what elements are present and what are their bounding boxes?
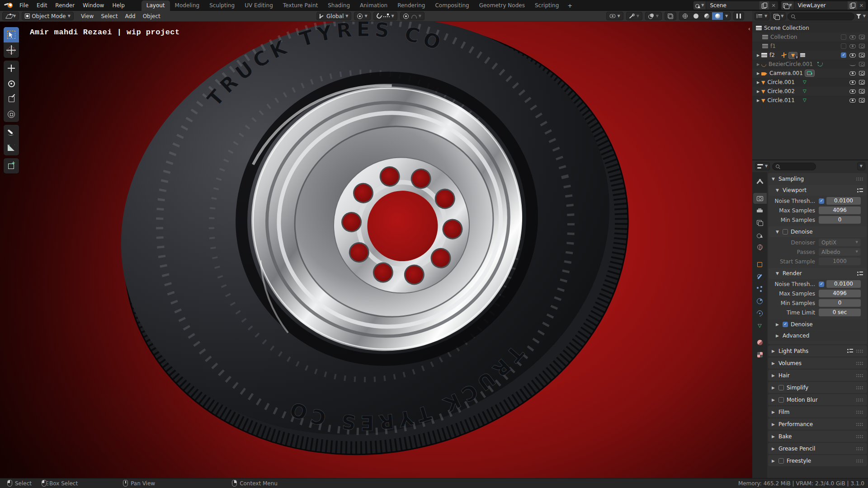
properties-search-input[interactable] (772, 163, 816, 170)
noise-threshold-value[interactable]: 0.0100 (826, 197, 861, 205)
drag-grip-icon[interactable] (856, 177, 863, 181)
tab-uv-editing[interactable]: UV Editing (240, 0, 278, 11)
tool-measure[interactable] (4, 140, 19, 155)
show-overlays-button[interactable]: ▼ (645, 12, 662, 20)
drag-grip-icon[interactable] (856, 459, 863, 463)
nav-tool-tab[interactable] (753, 176, 767, 187)
tab-layout[interactable]: Layout (142, 0, 170, 11)
render-visibility-toggle[interactable] (859, 80, 865, 84)
denoise-checkbox[interactable] (783, 322, 788, 327)
nav-view-layer-tab[interactable] (753, 217, 767, 228)
min-samples-value[interactable]: 0 (819, 216, 861, 224)
drag-grip-icon[interactable] (856, 447, 863, 450)
tool-select-box[interactable] (4, 27, 19, 42)
snap-magnet-toggle[interactable] (375, 13, 382, 19)
render-visibility-toggle[interactable] (859, 44, 865, 48)
nav-output-tab[interactable] (753, 205, 767, 216)
hide-eye-toggle[interactable] (849, 44, 856, 48)
render-visibility-toggle[interactable] (859, 98, 865, 103)
expand-arrow-icon[interactable]: ▶ (756, 71, 760, 75)
nav-render-tab[interactable] (753, 193, 767, 204)
menu-add[interactable]: Add (121, 13, 139, 19)
drag-grip-icon[interactable] (856, 410, 863, 414)
passes-dropdown[interactable]: Albedo▼ (819, 248, 861, 256)
tab-animation[interactable]: Animation (355, 0, 392, 11)
subpanel-render-header[interactable]: ▼ Render (769, 268, 867, 279)
subpanel-viewport-header[interactable]: ▼ Viewport (769, 185, 867, 196)
panel-freestyle[interactable]: ▶ Freestyle (768, 455, 867, 466)
mode-dropdown[interactable]: Object Mode ▼ (22, 12, 74, 20)
shading-dropdown[interactable]: ▼ (723, 12, 730, 20)
outliner-row-circle-001[interactable]: ▶ ▼ Circle.001 ▽ (752, 78, 868, 87)
tab-sculpting[interactable]: Sculpting (204, 0, 240, 11)
subpanel-render-denoise[interactable]: ▶ Denoise (769, 319, 867, 330)
hide-eye-toggle[interactable] (849, 53, 856, 57)
tab-modeling[interactable]: Modeling (170, 0, 205, 11)
panel-hair[interactable]: ▶ Hair (768, 370, 867, 381)
tab-texture-paint[interactable]: Texture Paint (278, 0, 323, 11)
nav-scene-tab[interactable] (753, 230, 767, 240)
menu-select[interactable]: Select (97, 13, 121, 19)
render-visibility-toggle[interactable] (859, 89, 865, 94)
expand-arrow-icon[interactable]: ▶ (756, 80, 760, 84)
subpanel-advanced[interactable]: ▶ Advanced (769, 330, 867, 341)
shading-rendered-button[interactable] (712, 12, 723, 20)
properties-editor-type-button[interactable]: ▼ (755, 162, 770, 170)
menu-help[interactable]: Help (108, 0, 128, 11)
preset-list-icon[interactable] (857, 271, 863, 276)
show-gizmo-button[interactable]: ▼ (626, 12, 642, 20)
tool-cursor[interactable] (4, 42, 19, 58)
tool-transform[interactable] (4, 107, 19, 122)
nav-world-tab[interactable] (753, 242, 767, 253)
drag-grip-icon[interactable] (856, 422, 863, 426)
expand-arrow-icon[interactable]: ▶ (756, 89, 760, 94)
outliner-row-f1[interactable]: f1 (752, 42, 868, 51)
tool-move[interactable] (4, 61, 19, 76)
nav-material-tab[interactable] (753, 337, 767, 348)
hide-eye-toggle[interactable] (849, 80, 856, 84)
nav-object-tab[interactable] (753, 259, 767, 270)
nav-constraints-tab[interactable] (753, 308, 767, 319)
outliner-row-circle-011[interactable]: ▶ ▼ Circle.011 ▽ (752, 96, 868, 105)
tool-rotate[interactable] (4, 76, 19, 91)
expand-arrow-icon[interactable]: ▶ (756, 62, 760, 66)
preset-list-icon[interactable] (847, 348, 853, 353)
render-visibility-toggle[interactable] (859, 53, 865, 57)
panel-motion-blur[interactable]: ▶ Motion Blur (768, 394, 867, 405)
editor-type-button[interactable]: ▼ (2, 12, 19, 20)
snap-dropdown[interactable]: ▼ (392, 14, 394, 18)
outliner-row-beziercircle[interactable]: ▶ BezierCircle.001 (752, 60, 868, 69)
expand-arrow-icon[interactable]: ▶ (756, 99, 760, 103)
max-samples-value[interactable]: 4096 (819, 290, 861, 297)
scene-selector[interactable]: ▼ Scene ✕ (693, 1, 778, 10)
proportional-edit-toggle[interactable] (403, 14, 409, 19)
view-layer-remove-button[interactable]: ✕ (857, 3, 866, 9)
hide-eye-toggle[interactable] (849, 71, 856, 75)
outliner-row-f2[interactable]: ▶ f2 ▼ 8 (752, 51, 868, 60)
outliner-editor-type-button[interactable]: ▼ (755, 12, 769, 20)
min-samples-value[interactable]: 0 (819, 299, 861, 307)
shading-wireframe-button[interactable] (679, 12, 690, 20)
noise-threshold-checkbox[interactable] (819, 198, 824, 204)
render-visibility-toggle[interactable] (859, 62, 865, 66)
menu-render[interactable]: Render (51, 0, 79, 11)
panel-simplify[interactable]: ▶ Simplify (768, 382, 867, 393)
simplify-checkbox[interactable] (778, 385, 784, 390)
shading-material-button[interactable] (701, 12, 712, 20)
hide-eye-toggle[interactable] (849, 99, 856, 103)
viewport-canvas[interactable]: TRUCK TYRES CO TRUCK TYRES CO (0, 22, 752, 478)
panel-light-paths[interactable]: ▶ Light Paths (768, 345, 867, 357)
outliner-row-scene-collection[interactable]: Scene Collection (752, 23, 868, 33)
drag-grip-icon[interactable] (856, 435, 863, 438)
tab-compositing[interactable]: Compositing (430, 0, 474, 11)
drag-grip-icon[interactable] (856, 374, 863, 377)
nav-physics-tab[interactable] (753, 296, 767, 306)
blender-logo-icon[interactable] (4, 1, 15, 9)
noise-threshold-checkbox[interactable] (819, 282, 824, 287)
tool-annotate[interactable] (4, 125, 19, 140)
panel-film[interactable]: ▶ Film (768, 406, 867, 418)
drag-grip-icon[interactable] (856, 361, 863, 365)
render-visibility-toggle[interactable] (859, 71, 865, 75)
drag-grip-icon[interactable] (856, 386, 863, 389)
nav-particles-tab[interactable] (753, 283, 767, 294)
